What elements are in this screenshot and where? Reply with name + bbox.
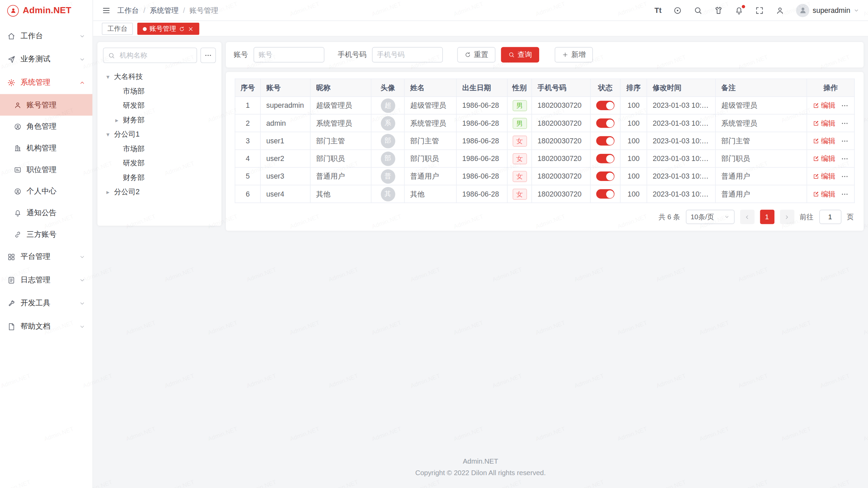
caret-down-icon[interactable]: ▾ bbox=[104, 73, 112, 80]
phone-input[interactable] bbox=[372, 47, 443, 63]
footer: Admin.NET Copyright © 2022 Dilon All rig… bbox=[93, 448, 868, 488]
breadcrumb-item-current: 账号管理 bbox=[190, 5, 218, 15]
more-actions-button[interactable] bbox=[841, 119, 849, 127]
page-size-select[interactable]: 10条/页 bbox=[686, 210, 734, 224]
sidebar-item-third-account[interactable]: 三方账号 bbox=[0, 224, 93, 245]
status-toggle[interactable] bbox=[596, 118, 614, 128]
tree-node[interactable]: 市场部 bbox=[103, 84, 216, 98]
sidebar-item-notice[interactable]: 通知公告 bbox=[0, 202, 93, 224]
tree-node[interactable]: 研发部 bbox=[103, 156, 216, 170]
edit-button[interactable]: 编辑 bbox=[813, 100, 835, 110]
fullscreen-glyph-icon bbox=[755, 6, 764, 15]
tab-account-admin[interactable]: 账号管理 bbox=[137, 23, 199, 35]
breadcrumb-item[interactable]: 系统管理 bbox=[150, 5, 179, 15]
cell-birth-date: 1986-06-28 bbox=[456, 97, 507, 114]
tab-workbench[interactable]: 工作台 bbox=[102, 23, 133, 35]
fullscreen-icon[interactable] bbox=[755, 6, 764, 15]
sidebar-item-dev-tools[interactable]: 开发工具 bbox=[0, 291, 93, 315]
caret-right-icon[interactable]: ▸ bbox=[113, 117, 121, 124]
cell-birth-date: 1986-06-28 bbox=[456, 167, 507, 185]
edit-button[interactable]: 编辑 bbox=[813, 189, 835, 199]
breadcrumb-item[interactable]: 工作台 bbox=[117, 5, 139, 15]
target-glyph-icon bbox=[673, 6, 682, 15]
footer-brand: Admin.NET bbox=[93, 455, 868, 467]
more-actions-button[interactable] bbox=[841, 172, 849, 180]
target-icon[interactable] bbox=[673, 6, 682, 15]
sidebar-item-log-admin[interactable]: 日志管理 bbox=[0, 268, 93, 292]
tree-node[interactable]: ▾大名科技 bbox=[103, 70, 216, 84]
tree-node[interactable]: 财务部 bbox=[103, 170, 216, 185]
logo[interactable]: Admin.NET bbox=[0, 0, 93, 21]
edit-button[interactable]: 编辑 bbox=[813, 154, 835, 163]
reset-button[interactable]: 重置 bbox=[457, 47, 496, 63]
goto-page-input[interactable] bbox=[819, 210, 841, 224]
more-actions-button[interactable] bbox=[841, 102, 849, 109]
user-menu[interactable]: superadmin bbox=[796, 4, 859, 17]
prev-page-button[interactable] bbox=[740, 210, 754, 224]
notification-bell-icon[interactable] bbox=[735, 6, 744, 15]
add-label: 新增 bbox=[571, 50, 586, 60]
logo-icon bbox=[7, 5, 19, 16]
edit-button[interactable]: 编辑 bbox=[813, 171, 835, 181]
breadcrumb: 工作台 / 系统管理 / 账号管理 bbox=[117, 5, 218, 15]
sidebar-item-business-test[interactable]: 业务测试 bbox=[0, 47, 93, 71]
refresh-icon[interactable] bbox=[179, 26, 185, 32]
account-label: 账号 bbox=[234, 50, 248, 60]
tree-node[interactable]: ▸财务部 bbox=[103, 113, 216, 127]
cell-name: 普通用户 bbox=[405, 167, 456, 185]
search-icon[interactable] bbox=[694, 6, 703, 15]
status-toggle[interactable] bbox=[596, 189, 614, 199]
ellipsis-icon bbox=[841, 102, 849, 109]
tree-node-label: 市场部 bbox=[123, 86, 144, 96]
more-actions-button[interactable] bbox=[841, 137, 849, 145]
sidebar-item-post-admin[interactable]: 职位管理 bbox=[0, 159, 93, 181]
account-input[interactable] bbox=[254, 47, 324, 63]
chevron-down-icon bbox=[79, 56, 85, 62]
status-toggle[interactable] bbox=[596, 171, 614, 181]
sidebar-item-workbench[interactable]: 工作台 bbox=[0, 24, 93, 48]
more-actions-button[interactable] bbox=[841, 155, 849, 162]
sidebar-item-platform-admin[interactable]: 平台管理 bbox=[0, 245, 93, 268]
cell-modified-time: 2023-01-03 10:59:44 bbox=[647, 150, 715, 167]
theme-skin-icon[interactable] bbox=[714, 6, 723, 15]
close-icon[interactable] bbox=[188, 26, 194, 32]
sidebar-item-org-admin[interactable]: 机构管理 bbox=[0, 137, 93, 159]
hamburger-menu-icon[interactable] bbox=[102, 6, 111, 15]
cell-sort: 100 bbox=[620, 114, 647, 132]
next-page-button[interactable] bbox=[780, 210, 794, 224]
chevron-down-icon bbox=[79, 254, 85, 260]
font-size-icon[interactable]: Tt bbox=[654, 6, 662, 14]
ellipsis-icon bbox=[841, 190, 849, 198]
sidebar-item-system-admin[interactable]: 系统管理 bbox=[0, 71, 93, 94]
edit-button[interactable]: 编辑 bbox=[813, 118, 835, 128]
cell-modified-time: 2023-01-03 10:59:44 bbox=[647, 167, 715, 185]
profile-icon[interactable] bbox=[775, 6, 784, 15]
org-search-input[interactable] bbox=[118, 51, 192, 60]
tree-more-button[interactable] bbox=[200, 47, 216, 63]
tree-node[interactable]: 研发部 bbox=[103, 99, 216, 113]
breadcrumb-separator: / bbox=[183, 6, 185, 14]
page-number-1[interactable]: 1 bbox=[760, 210, 774, 224]
tree-node[interactable]: ▸分公司2 bbox=[103, 185, 216, 199]
tree-node[interactable]: 市场部 bbox=[103, 142, 216, 156]
status-toggle[interactable] bbox=[596, 154, 614, 163]
edit-button[interactable]: 编辑 bbox=[813, 136, 835, 146]
cell-actions: 编辑 bbox=[807, 150, 854, 167]
add-button[interactable]: 新增 bbox=[555, 47, 593, 63]
cell-modified-time: 2023-01-03 10:59:44 bbox=[647, 132, 715, 149]
table-row: 4user2部门职员部部门职员1986-06-28女18020030720100… bbox=[235, 150, 854, 167]
search-button[interactable]: 查询 bbox=[501, 47, 539, 63]
status-toggle[interactable] bbox=[596, 136, 614, 146]
sidebar-item-role-admin[interactable]: 角色管理 bbox=[0, 116, 93, 137]
tree-node[interactable]: ▾分公司1 bbox=[103, 127, 216, 142]
status-toggle[interactable] bbox=[596, 101, 614, 110]
caret-right-icon[interactable]: ▸ bbox=[104, 188, 112, 196]
sidebar-item-help-docs[interactable]: 帮助文档 bbox=[0, 315, 93, 338]
caret-down-icon[interactable]: ▾ bbox=[104, 131, 112, 138]
sidebar-item-profile-center[interactable]: 个人中心 bbox=[0, 180, 93, 202]
more-actions-button[interactable] bbox=[841, 190, 849, 198]
reset-label: 重置 bbox=[474, 50, 488, 60]
sidebar-item-account-admin[interactable]: 账号管理 bbox=[0, 94, 93, 116]
column-header: 排序 bbox=[620, 79, 647, 97]
tree-node-label: 研发部 bbox=[123, 158, 144, 168]
